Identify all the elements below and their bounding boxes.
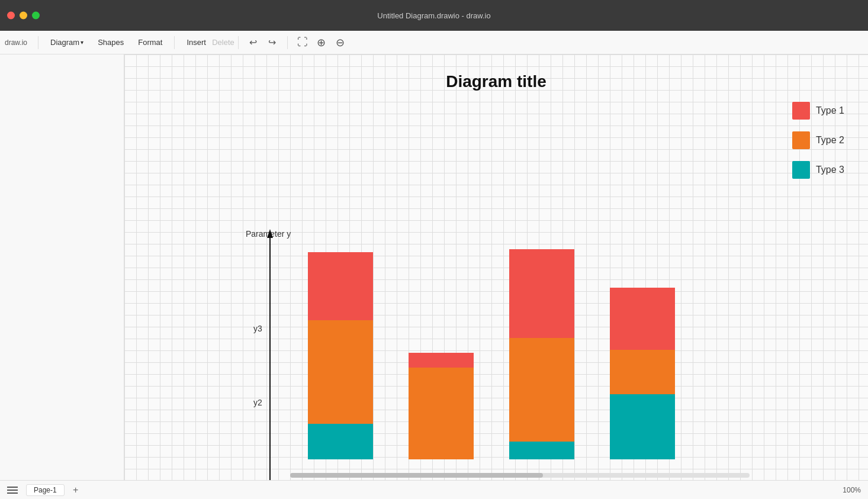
bar-3-type2	[509, 338, 574, 442]
format-button[interactable]: Format	[132, 36, 168, 49]
bar-group-4	[610, 288, 675, 459]
hamburger-line-2	[7, 490, 18, 491]
bar-2-type1	[409, 353, 474, 368]
hamburger-line-1	[7, 487, 18, 488]
delete-button[interactable]: Delete	[214, 34, 232, 51]
scroll-track[interactable]	[290, 473, 750, 478]
y-label-y3: y3	[253, 324, 262, 333]
bar-3-type3	[509, 442, 574, 459]
undo-button[interactable]: ↩	[245, 34, 262, 51]
legend-item-3: Type 3	[792, 161, 844, 179]
zoom-out-button[interactable]: ⊖	[332, 34, 349, 51]
y-label-y2: y2	[253, 398, 262, 407]
close-button[interactable]	[7, 12, 15, 20]
diagram-menu-button[interactable]: Diagram ▾	[44, 36, 89, 49]
redo-button[interactable]: ↪	[263, 34, 281, 51]
menu-bar: draw.io Diagram ▾ Shapes Format Insert D…	[0, 31, 868, 54]
diagram-content: Diagram title Type 1 Type 2 Type 3 Param…	[124, 54, 868, 480]
bar-1-type3	[308, 424, 373, 459]
bar-3-type1	[509, 249, 574, 338]
shapes-button[interactable]: Shapes	[92, 36, 130, 49]
title-bar: Untitled Diagram.drawio - draw.io	[0, 0, 868, 31]
left-panel	[0, 54, 124, 480]
y-axis-arrow	[267, 229, 273, 238]
canvas-wrapper: Diagram title Type 1 Type 2 Type 3 Param…	[0, 54, 868, 480]
legend-color-type2	[792, 131, 810, 149]
menu-divider-4	[287, 36, 288, 49]
zoom-level-label: 100%	[843, 486, 861, 494]
window-controls	[7, 12, 40, 20]
legend: Type 1 Type 2 Type 3	[792, 102, 844, 191]
bar-4-type2	[610, 350, 675, 394]
legend-label-type2: Type 2	[816, 135, 844, 146]
legend-label-type3: Type 3	[816, 165, 844, 175]
window-title: Untitled Diagram.drawio - draw.io	[377, 11, 490, 20]
legend-label-type1: Type 1	[816, 105, 844, 116]
undo-redo-group: ↩ ↪	[245, 34, 281, 51]
status-bar: Page-1 + 100%	[0, 480, 868, 499]
legend-item-2: Type 2	[792, 131, 844, 149]
scroll-thumb[interactable]	[290, 473, 543, 478]
hamburger-menu-button[interactable]	[7, 483, 21, 497]
bar-1-type1	[308, 252, 373, 320]
insert-button[interactable]: Insert	[181, 36, 212, 49]
y-axis-line	[269, 238, 271, 480]
chevron-down-icon: ▾	[81, 39, 83, 46]
legend-color-type3	[792, 161, 810, 179]
diagram-title: Diagram title	[446, 72, 546, 91]
app-name-label: draw.io	[5, 38, 27, 47]
menu-divider-2	[174, 36, 175, 49]
bar-group-3	[509, 249, 574, 459]
bar-4-type1	[610, 288, 675, 350]
fit-page-button[interactable]: ⛶	[294, 34, 311, 51]
status-left: Page-1 +	[7, 483, 82, 497]
bar-4-type3	[610, 394, 675, 459]
zoom-in-button[interactable]: ⊕	[313, 34, 330, 51]
menu-divider-3	[238, 36, 239, 49]
bar-group-2	[409, 353, 474, 459]
bar-2-type2	[409, 368, 474, 459]
hamburger-line-3	[7, 492, 18, 494]
page-1-tab[interactable]: Page-1	[26, 484, 65, 496]
maximize-button[interactable]	[32, 12, 40, 20]
minimize-button[interactable]	[20, 12, 27, 20]
zoom-group: ⛶ ⊕ ⊖	[294, 34, 349, 51]
bar-1-type2	[308, 320, 373, 424]
legend-item-1: Type 1	[792, 102, 844, 120]
legend-color-type1	[792, 102, 810, 120]
main-canvas[interactable]: Diagram title Type 1 Type 2 Type 3 Param…	[124, 54, 868, 480]
add-page-button[interactable]: +	[69, 484, 82, 497]
bar-group-1	[308, 252, 373, 459]
menu-divider-1	[38, 36, 38, 49]
